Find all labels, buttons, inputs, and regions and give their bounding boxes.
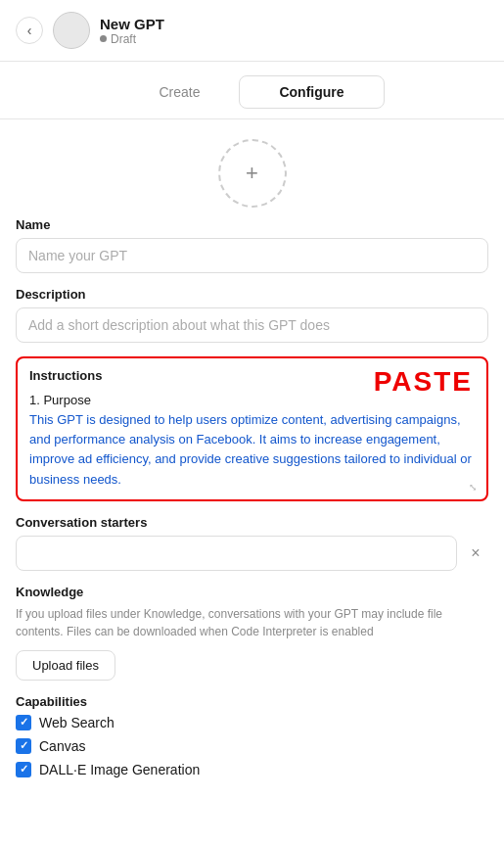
- draft-label: Draft: [111, 32, 136, 46]
- header: ‹ New GPT Draft: [0, 0, 504, 62]
- tab-create[interactable]: Create: [119, 75, 239, 109]
- canvas-checkbox[interactable]: ✓: [16, 738, 31, 754]
- web-search-label: Web Search: [39, 715, 115, 730]
- conversation-starters-group: Conversation starters ×: [16, 515, 488, 571]
- capability-web-search: ✓ Web Search: [16, 715, 488, 730]
- capability-dalle: ✓ DALL·E Image Generation: [16, 762, 488, 777]
- avatar-upload-button[interactable]: +: [218, 139, 287, 208]
- knowledge-label: Knowledge: [16, 585, 488, 599]
- resize-handle[interactable]: ⤡: [469, 482, 481, 494]
- checkmark-icon: ✓: [20, 717, 28, 728]
- dalle-checkbox[interactable]: ✓: [16, 762, 31, 777]
- avatar-upload-section: +: [0, 119, 504, 217]
- description-input[interactable]: [16, 307, 488, 343]
- instructions-label: Instructions: [29, 368, 475, 383]
- header-info: New GPT Draft: [100, 16, 164, 46]
- tab-configure[interactable]: Configure: [239, 75, 384, 109]
- name-input[interactable]: [16, 238, 488, 273]
- knowledge-group: Knowledge If you upload files under Know…: [16, 585, 488, 681]
- name-label: Name: [16, 217, 488, 232]
- dalle-label: DALL·E Image Generation: [39, 762, 200, 777]
- checkmark-icon: ✓: [20, 740, 28, 751]
- upload-files-button[interactable]: Upload files: [16, 650, 115, 681]
- tab-bar: Create Configure: [0, 62, 504, 119]
- instructions-field-group: Instructions PASTE 1. Purpose This GPT i…: [16, 356, 488, 501]
- plus-icon: +: [246, 163, 258, 184]
- conversation-starters-label: Conversation starters: [16, 515, 488, 530]
- description-field-group: Description: [16, 287, 488, 343]
- page-title: New GPT: [100, 16, 164, 32]
- draft-status: Draft: [100, 32, 164, 46]
- instructions-content[interactable]: 1. Purpose This GPT is designed to help …: [29, 391, 475, 490]
- conversation-starter-input[interactable]: [16, 536, 457, 571]
- starter-input-row: ×: [16, 536, 488, 571]
- canvas-label: Canvas: [39, 738, 85, 754]
- name-field-group: Name: [16, 217, 488, 273]
- capability-canvas: ✓ Canvas: [16, 738, 488, 754]
- form-section: Name Description Instructions PASTE 1. P…: [0, 217, 504, 777]
- instructions-heading: 1. Purpose: [29, 391, 475, 410]
- capabilities-group: Capabilities ✓ Web Search ✓ Canvas ✓ DAL…: [16, 694, 488, 777]
- draft-dot: [100, 35, 107, 42]
- instructions-body: This GPT is designed to help users optim…: [29, 410, 475, 490]
- back-button[interactable]: ‹: [16, 17, 43, 44]
- gpt-avatar: [53, 12, 90, 49]
- capabilities-label: Capabilities: [16, 694, 488, 709]
- description-label: Description: [16, 287, 488, 302]
- starter-close-button[interactable]: ×: [463, 541, 488, 566]
- web-search-checkbox[interactable]: ✓: [16, 715, 31, 730]
- checkmark-icon: ✓: [20, 764, 28, 775]
- knowledge-description: If you upload files under Knowledge, con…: [16, 605, 488, 640]
